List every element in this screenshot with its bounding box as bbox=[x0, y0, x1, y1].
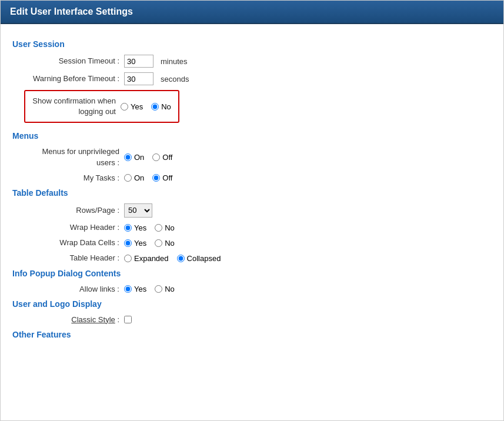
warning-timeout-row: Warning Before Timeout : seconds bbox=[12, 72, 492, 85]
classic-style-checkbox[interactable] bbox=[124, 316, 132, 323]
menus-unprivileged-on-radio[interactable] bbox=[124, 153, 132, 161]
table-header-collapsed[interactable]: Collapsed bbox=[177, 254, 221, 263]
table-header-expanded-radio[interactable] bbox=[124, 255, 132, 262]
rows-per-page-select[interactable]: 25 50 100 200 bbox=[124, 203, 152, 218]
table-header-expanded[interactable]: Expanded bbox=[124, 254, 169, 263]
show-confirmation-no-radio[interactable] bbox=[151, 103, 159, 111]
rows-per-page-value: 25 50 100 200 bbox=[124, 203, 152, 218]
session-timeout-row: Session Timeout : minutes bbox=[12, 55, 492, 68]
menus-unprivileged-row: Menus for unprivilegedusers : On Off bbox=[12, 146, 492, 168]
wrap-data-cells-yes[interactable]: Yes bbox=[124, 239, 146, 248]
classic-style-row: Classic Style : bbox=[12, 315, 492, 325]
section-table-defaults: Table Defaults bbox=[12, 188, 492, 198]
warning-timeout-unit: seconds bbox=[161, 75, 189, 83]
show-confirmation-no[interactable]: No bbox=[151, 102, 171, 111]
warning-timeout-value: seconds bbox=[124, 72, 189, 85]
allow-links-yes[interactable]: Yes bbox=[124, 285, 146, 293]
allow-links-no[interactable]: No bbox=[155, 285, 175, 293]
wrap-data-cells-row: Wrap Data Cells : Yes No bbox=[12, 238, 492, 248]
my-tasks-on-radio[interactable] bbox=[124, 174, 132, 182]
section-user-logo-display: User and Logo Display bbox=[12, 299, 492, 309]
warning-timeout-label: Warning Before Timeout : bbox=[24, 73, 124, 84]
section-menus: Menus bbox=[12, 131, 492, 141]
my-tasks-off[interactable]: Off bbox=[152, 173, 172, 182]
section-other-features: Other Features bbox=[12, 330, 492, 339]
table-header-label: Table Header : bbox=[24, 253, 124, 263]
wrap-header-no-radio[interactable] bbox=[155, 224, 162, 232]
menus-unprivileged-radios: On Off bbox=[124, 153, 172, 162]
allow-links-label: Allow links : bbox=[24, 284, 124, 295]
show-confirmation-box: Show confirmation whenlogging out Yes No bbox=[24, 90, 179, 123]
page-title: Edit User Interface Settings bbox=[1, 1, 503, 24]
my-tasks-label: My Tasks : bbox=[24, 173, 124, 183]
allow-links-yes-radio[interactable] bbox=[124, 285, 132, 293]
wrap-data-cells-yes-radio[interactable] bbox=[124, 239, 132, 247]
wrap-data-cells-radios: Yes No bbox=[124, 239, 175, 248]
menus-unprivileged-label: Menus for unprivilegedusers : bbox=[24, 146, 124, 168]
menus-unprivileged-off[interactable]: Off bbox=[152, 153, 172, 162]
wrap-header-row: Wrap Header : Yes No bbox=[12, 222, 492, 233]
wrap-header-radios: Yes No bbox=[124, 223, 175, 232]
session-timeout-input[interactable] bbox=[124, 55, 153, 68]
wrap-data-cells-label: Wrap Data Cells : bbox=[24, 238, 124, 248]
session-timeout-label: Session Timeout : bbox=[24, 56, 124, 66]
page-wrapper: Edit User Interface Settings User Sessio… bbox=[0, 0, 504, 421]
wrap-header-label: Wrap Header : bbox=[24, 222, 124, 233]
content-area: User Session Session Timeout : minutes W… bbox=[1, 24, 503, 352]
wrap-data-cells-no-radio[interactable] bbox=[155, 239, 162, 247]
show-confirmation-label: Show confirmation whenlogging out bbox=[32, 96, 121, 117]
rows-per-page-row: Rows/Page : 25 50 100 200 bbox=[12, 203, 492, 218]
show-confirmation-yes[interactable]: Yes bbox=[121, 102, 143, 111]
warning-timeout-input[interactable] bbox=[124, 72, 153, 85]
wrap-header-no[interactable]: No bbox=[155, 223, 175, 232]
classic-style-label: Classic Style : bbox=[24, 315, 124, 325]
session-timeout-unit: minutes bbox=[161, 57, 188, 66]
my-tasks-row: My Tasks : On Off bbox=[12, 173, 492, 183]
my-tasks-off-radio[interactable] bbox=[152, 174, 160, 182]
classic-style-value bbox=[124, 316, 132, 323]
show-confirmation-radios: Yes No bbox=[121, 102, 171, 111]
menus-unprivileged-off-radio[interactable] bbox=[152, 153, 160, 161]
session-timeout-value: minutes bbox=[124, 55, 188, 68]
allow-links-no-radio[interactable] bbox=[155, 285, 162, 293]
title-text: Edit User Interface Settings bbox=[10, 6, 133, 16]
table-header-row: Table Header : Expanded Collapsed bbox=[12, 253, 492, 263]
my-tasks-on[interactable]: On bbox=[124, 173, 144, 182]
wrap-header-yes-radio[interactable] bbox=[124, 224, 132, 232]
show-confirmation-yes-radio[interactable] bbox=[121, 103, 128, 111]
my-tasks-radios: On Off bbox=[124, 173, 172, 182]
rows-per-page-label: Rows/Page : bbox=[24, 205, 124, 216]
allow-links-row: Allow links : Yes No bbox=[12, 284, 492, 295]
section-user-session: User Session bbox=[12, 39, 492, 49]
table-header-collapsed-radio[interactable] bbox=[177, 255, 185, 262]
menus-unprivileged-on[interactable]: On bbox=[124, 153, 144, 162]
allow-links-radios: Yes No bbox=[124, 285, 175, 293]
wrap-data-cells-no[interactable]: No bbox=[155, 239, 175, 248]
table-header-radios: Expanded Collapsed bbox=[124, 254, 221, 263]
section-info-popup: Info Popup Dialog Contents bbox=[12, 269, 492, 278]
wrap-header-yes[interactable]: Yes bbox=[124, 223, 146, 232]
